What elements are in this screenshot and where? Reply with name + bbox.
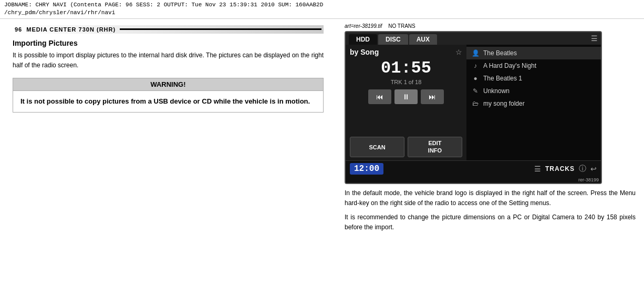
header-line2: /chry_pdm/chrysler/navi/rhr/navi: [4, 9, 640, 17]
folder-name: my song folder: [483, 100, 596, 107]
song-name: A Hard Day's Night: [483, 62, 596, 69]
by-song-label: by Song: [350, 48, 379, 56]
track-item-song[interactable]: ♪ A Hard Day's Night: [466, 59, 601, 72]
tab-disc[interactable]: DISC: [378, 34, 408, 45]
warning-header: WARNING!: [13, 78, 323, 91]
artist-icon: 👤: [472, 49, 479, 57]
tab-hdd[interactable]: HDD: [349, 34, 377, 45]
left-column: 96 MEDIA CENTER 730N (RHR) Importing Pic…: [0, 19, 336, 303]
tracks-label: TRACKS: [545, 165, 575, 172]
track-item-album[interactable]: ● The Beatles 1: [466, 72, 601, 85]
clock-display: 12:00: [350, 163, 383, 175]
fast-forward-button[interactable]: ⏭: [421, 89, 444, 104]
artist-name: The Beatles: [483, 49, 596, 57]
section-title: MEDIA CENTER 730N (RHR): [26, 26, 116, 33]
disc-icon: ●: [472, 75, 479, 82]
warning-body: It is not possible to copy pictures from…: [13, 91, 323, 112]
menu-icon[interactable]: ☰: [591, 34, 598, 45]
by-song-row: by Song ☆: [350, 48, 462, 56]
menu-list-icon[interactable]: ☰: [534, 165, 541, 173]
track-item-genre[interactable]: ✎ Unknown: [466, 85, 601, 97]
header-bar: JOBNAME: CHRY NAVI (Contenta PAGE: 96 SE…: [0, 0, 644, 19]
tab-aux[interactable]: AUX: [409, 34, 437, 45]
warning-box: WARNING! It is not possible to copy pict…: [13, 78, 324, 113]
screen-body: by Song ☆ 01:55 TRK 1 of 18 ⏮ ⏸ ⏭ SCAN E…: [346, 45, 601, 160]
section-number: 96: [15, 26, 22, 33]
status-bar: 12:00 ☰ TRACKS ⓘ ↩: [346, 160, 601, 177]
return-icon[interactable]: ↩: [590, 165, 597, 173]
tab-bar: HDD DISC AUX ☰: [346, 32, 601, 45]
rer-label: rer-38199: [346, 177, 601, 183]
edit-info-button[interactable]: EDITINFO: [408, 137, 462, 157]
star-icon[interactable]: ☆: [455, 48, 462, 56]
importing-title: Importing Pictures: [13, 39, 324, 47]
radio-screen: HDD DISC AUX ☰ by Song ☆ 01:55 TRK 1 of …: [345, 31, 602, 184]
art-label: art=rer-38199.tif: [345, 23, 382, 29]
edit-icon: ✎: [472, 87, 479, 95]
header-line1: JOBNAME: CHRY NAVI (Contenta PAGE: 96 SE…: [4, 1, 640, 9]
right-body-text-2: It is recommended to change the picture …: [345, 212, 636, 232]
player-panel: by Song ☆ 01:55 TRK 1 of 18 ⏮ ⏸ ⏭ SCAN E…: [346, 45, 466, 160]
folder-icon: 🗁: [472, 100, 479, 107]
time-display: 01:55: [350, 58, 462, 78]
track-item-folder[interactable]: 🗁 my song folder: [466, 97, 601, 110]
right-column: art=rer-38199.tif NO TRANS HDD DISC AUX …: [336, 19, 644, 303]
importing-body-text: It is possible to import display picture…: [13, 50, 324, 70]
pause-button[interactable]: ⏸: [394, 89, 418, 104]
bottom-buttons: SCAN EDITINFO: [350, 137, 462, 157]
note-icon: ♪: [472, 62, 479, 69]
album-name: The Beatles 1: [483, 75, 596, 82]
genre-name: Unknown: [483, 87, 596, 95]
section-header: 96 MEDIA CENTER 730N (RHR): [13, 25, 324, 34]
right-body-text-1: In the default mode, the vehicle brand l…: [345, 188, 636, 208]
no-trans-label: NO TRANS: [388, 23, 416, 29]
track-item-artist[interactable]: 👤 The Beatles: [466, 47, 601, 59]
scan-button[interactable]: SCAN: [350, 137, 404, 157]
rewind-button[interactable]: ⏮: [368, 89, 391, 104]
image-label-row: art=rer-38199.tif NO TRANS: [345, 23, 636, 29]
track-info: TRK 1 of 18: [350, 79, 462, 85]
playback-controls: ⏮ ⏸ ⏭: [350, 89, 462, 104]
track-list-panel: 👤 The Beatles ♪ A Hard Day's Night ● The…: [466, 45, 601, 160]
status-icons: ☰ TRACKS ⓘ ↩: [534, 164, 597, 174]
info-icon[interactable]: ⓘ: [579, 164, 586, 174]
